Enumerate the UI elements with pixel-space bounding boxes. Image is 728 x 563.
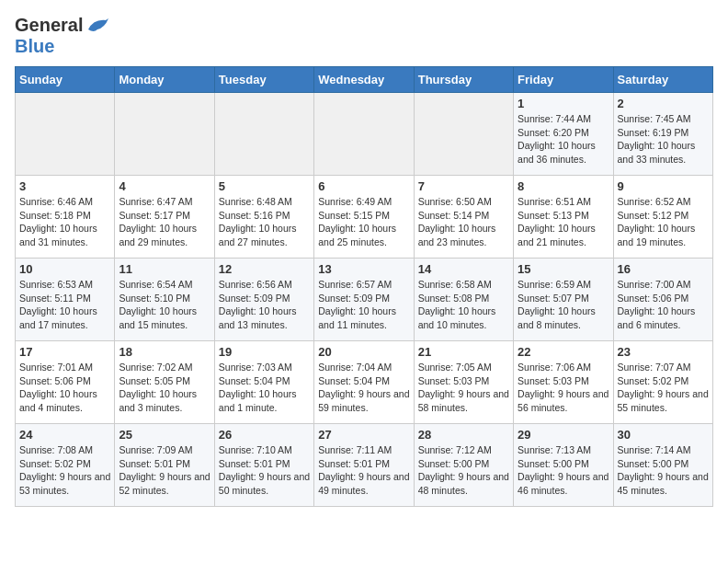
day-info: Sunrise: 7:14 AM Sunset: 5:00 PM Dayligh… — [618, 443, 709, 498]
day-number: 12 — [219, 262, 310, 276]
day-number: 3 — [19, 179, 110, 193]
day-info: Sunrise: 7:44 AM Sunset: 6:20 PM Dayligh… — [518, 112, 609, 167]
day-info: Sunrise: 6:52 AM Sunset: 5:12 PM Dayligh… — [618, 195, 709, 249]
calendar-day-cell: 22Sunrise: 7:06 AM Sunset: 5:03 PM Dayli… — [514, 341, 613, 424]
day-header-friday: Friday — [514, 67, 613, 93]
day-number: 10 — [19, 262, 110, 276]
day-info: Sunrise: 6:56 AM Sunset: 5:09 PM Dayligh… — [219, 278, 310, 332]
calendar-day-cell: 2Sunrise: 7:45 AM Sunset: 6:19 PM Daylig… — [613, 93, 712, 176]
day-info: Sunrise: 7:08 AM Sunset: 5:02 PM Dayligh… — [19, 443, 110, 498]
day-number: 24 — [19, 428, 110, 442]
day-info: Sunrise: 6:46 AM Sunset: 5:18 PM Dayligh… — [19, 195, 110, 249]
calendar-day-cell: 4Sunrise: 6:47 AM Sunset: 5:17 PM Daylig… — [115, 176, 214, 259]
day-info: Sunrise: 6:49 AM Sunset: 5:15 PM Dayligh… — [318, 195, 409, 249]
day-header-saturday: Saturday — [613, 67, 712, 93]
day-info: Sunrise: 7:07 AM Sunset: 5:02 PM Dayligh… — [618, 361, 709, 415]
day-number: 22 — [518, 345, 609, 359]
calendar-day-cell: 1Sunrise: 7:44 AM Sunset: 6:20 PM Daylig… — [514, 93, 613, 176]
day-info: Sunrise: 6:47 AM Sunset: 5:17 PM Dayligh… — [119, 195, 210, 249]
day-info: Sunrise: 6:48 AM Sunset: 5:16 PM Dayligh… — [219, 195, 310, 249]
day-number: 5 — [219, 179, 310, 193]
day-info: Sunrise: 6:58 AM Sunset: 5:08 PM Dayligh… — [418, 278, 509, 332]
calendar-week-row: 10Sunrise: 6:53 AM Sunset: 5:11 PM Dayli… — [16, 259, 713, 341]
calendar-day-cell — [314, 93, 414, 176]
day-info: Sunrise: 7:02 AM Sunset: 5:05 PM Dayligh… — [119, 361, 210, 415]
day-number: 7 — [418, 179, 509, 193]
day-info: Sunrise: 6:50 AM Sunset: 5:14 PM Dayligh… — [418, 195, 509, 249]
calendar-day-cell: 25Sunrise: 7:09 AM Sunset: 5:01 PM Dayli… — [115, 424, 214, 507]
day-header-monday: Monday — [115, 67, 214, 93]
calendar-week-row: 24Sunrise: 7:08 AM Sunset: 5:02 PM Dayli… — [16, 424, 713, 507]
calendar-week-row: 17Sunrise: 7:01 AM Sunset: 5:06 PM Dayli… — [16, 341, 713, 424]
day-number: 17 — [19, 345, 110, 359]
day-number: 6 — [318, 179, 409, 193]
day-info: Sunrise: 7:05 AM Sunset: 5:03 PM Dayligh… — [418, 361, 509, 415]
calendar-day-cell: 27Sunrise: 7:11 AM Sunset: 5:01 PM Dayli… — [314, 424, 414, 507]
logo-text-general: General — [15, 15, 83, 36]
day-number: 2 — [618, 97, 709, 110]
day-info: Sunrise: 7:10 AM Sunset: 5:01 PM Dayligh… — [219, 443, 310, 498]
day-number: 14 — [418, 262, 509, 276]
calendar-day-cell: 8Sunrise: 6:51 AM Sunset: 5:13 PM Daylig… — [514, 176, 613, 259]
day-info: Sunrise: 6:59 AM Sunset: 5:07 PM Dayligh… — [518, 278, 609, 332]
calendar-day-cell: 16Sunrise: 7:00 AM Sunset: 5:06 PM Dayli… — [613, 259, 712, 341]
day-header-thursday: Thursday — [414, 67, 513, 93]
calendar-day-cell: 3Sunrise: 6:46 AM Sunset: 5:18 PM Daylig… — [16, 176, 115, 259]
calendar-day-cell: 12Sunrise: 6:56 AM Sunset: 5:09 PM Dayli… — [214, 259, 313, 341]
calendar-day-cell — [115, 93, 214, 176]
day-number: 29 — [518, 428, 609, 442]
calendar-table: SundayMondayTuesdayWednesdayThursdayFrid… — [15, 66, 713, 507]
day-number: 21 — [418, 345, 509, 359]
day-number: 23 — [618, 345, 709, 359]
logo-text-blue: Blue — [15, 36, 54, 56]
day-number: 25 — [119, 428, 210, 442]
calendar-day-cell: 24Sunrise: 7:08 AM Sunset: 5:02 PM Dayli… — [16, 424, 115, 507]
day-number: 9 — [618, 179, 709, 193]
day-number: 20 — [318, 345, 409, 359]
day-number: 28 — [418, 428, 509, 442]
day-info: Sunrise: 7:06 AM Sunset: 5:03 PM Dayligh… — [518, 361, 609, 415]
day-info: Sunrise: 7:45 AM Sunset: 6:19 PM Dayligh… — [618, 112, 709, 167]
calendar-day-cell: 11Sunrise: 6:54 AM Sunset: 5:10 PM Dayli… — [115, 259, 214, 341]
day-info: Sunrise: 7:12 AM Sunset: 5:00 PM Dayligh… — [418, 443, 509, 498]
calendar-day-cell: 5Sunrise: 6:48 AM Sunset: 5:16 PM Daylig… — [214, 176, 313, 259]
day-number: 13 — [318, 262, 409, 276]
day-header-sunday: Sunday — [16, 67, 115, 93]
calendar-day-cell: 9Sunrise: 6:52 AM Sunset: 5:12 PM Daylig… — [613, 176, 712, 259]
day-info: Sunrise: 7:01 AM Sunset: 5:06 PM Dayligh… — [19, 361, 110, 415]
day-info: Sunrise: 7:03 AM Sunset: 5:04 PM Dayligh… — [219, 361, 310, 415]
calendar-day-cell: 10Sunrise: 6:53 AM Sunset: 5:11 PM Dayli… — [16, 259, 115, 341]
day-number: 19 — [219, 345, 310, 359]
day-number: 15 — [518, 262, 609, 276]
day-header-tuesday: Tuesday — [214, 67, 313, 93]
day-info: Sunrise: 7:11 AM Sunset: 5:01 PM Dayligh… — [318, 443, 409, 498]
calendar-day-cell: 20Sunrise: 7:04 AM Sunset: 5:04 PM Dayli… — [314, 341, 414, 424]
calendar-header: SundayMondayTuesdayWednesdayThursdayFrid… — [16, 67, 713, 93]
calendar-day-cell: 29Sunrise: 7:13 AM Sunset: 5:00 PM Dayli… — [514, 424, 613, 507]
day-info: Sunrise: 6:53 AM Sunset: 5:11 PM Dayligh… — [19, 278, 110, 332]
logo-bird-icon — [85, 17, 110, 35]
day-header-wednesday: Wednesday — [314, 67, 414, 93]
day-number: 16 — [618, 262, 709, 276]
calendar-week-row: 3Sunrise: 6:46 AM Sunset: 5:18 PM Daylig… — [16, 176, 713, 259]
calendar-week-row: 1Sunrise: 7:44 AM Sunset: 6:20 PM Daylig… — [16, 93, 713, 176]
day-info: Sunrise: 7:00 AM Sunset: 5:06 PM Dayligh… — [618, 278, 709, 332]
calendar-day-cell: 15Sunrise: 6:59 AM Sunset: 5:07 PM Dayli… — [514, 259, 613, 341]
logo: General Blue — [15, 15, 110, 57]
calendar-day-cell: 19Sunrise: 7:03 AM Sunset: 5:04 PM Dayli… — [214, 341, 313, 424]
day-number: 27 — [318, 428, 409, 442]
day-info: Sunrise: 7:04 AM Sunset: 5:04 PM Dayligh… — [318, 361, 409, 415]
day-number: 4 — [119, 179, 210, 193]
calendar-day-cell — [214, 93, 313, 176]
day-number: 18 — [119, 345, 210, 359]
calendar-day-cell — [414, 93, 513, 176]
day-info: Sunrise: 6:54 AM Sunset: 5:10 PM Dayligh… — [119, 278, 210, 332]
day-info: Sunrise: 7:09 AM Sunset: 5:01 PM Dayligh… — [119, 443, 210, 498]
calendar-day-cell: 30Sunrise: 7:14 AM Sunset: 5:00 PM Dayli… — [613, 424, 712, 507]
day-info: Sunrise: 6:51 AM Sunset: 5:13 PM Dayligh… — [518, 195, 609, 249]
calendar-day-cell: 13Sunrise: 6:57 AM Sunset: 5:09 PM Dayli… — [314, 259, 414, 341]
calendar-day-cell: 23Sunrise: 7:07 AM Sunset: 5:02 PM Dayli… — [613, 341, 712, 424]
calendar-day-cell: 7Sunrise: 6:50 AM Sunset: 5:14 PM Daylig… — [414, 176, 513, 259]
day-info: Sunrise: 6:57 AM Sunset: 5:09 PM Dayligh… — [318, 278, 409, 332]
calendar-day-cell: 21Sunrise: 7:05 AM Sunset: 5:03 PM Dayli… — [414, 341, 513, 424]
